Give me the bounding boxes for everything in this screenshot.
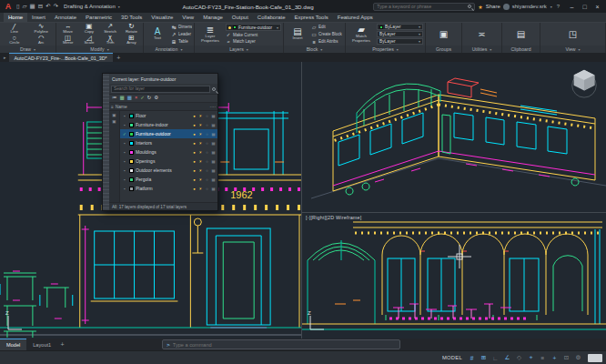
tab-manage[interactable]: Manage — [198, 13, 227, 22]
group-icon[interactable]: ▣ — [439, 30, 448, 39]
freeze-icon[interactable]: ☀ — [198, 150, 203, 155]
make-current-button[interactable]: ✓Make Current — [226, 32, 281, 37]
match-layer-button[interactable]: ≈Match Layer — [226, 39, 281, 45]
color-dropdown[interactable]: ByLayer▾ — [377, 24, 423, 30]
tab-annotate[interactable]: Annotate — [50, 13, 81, 22]
clipboard-panel-label[interactable]: Clipboard — [502, 46, 540, 53]
model-space-label[interactable]: MODEL — [442, 355, 462, 360]
layer-row[interactable]: ▪Pergola●☀○▤ — [120, 175, 217, 184]
grid-display-icon[interactable]: # — [467, 353, 477, 363]
lineweight-dropdown[interactable]: ByLayer▾ — [377, 38, 423, 45]
text-button[interactable]: AText — [146, 24, 169, 45]
annotation-panel-label[interactable]: Annotation▾ — [144, 46, 194, 53]
layer-row[interactable]: ▪Platform●☀○▤ — [120, 184, 217, 193]
redo-icon[interactable]: ↷ — [54, 3, 58, 10]
polar-tracking-icon[interactable]: ∠ — [502, 353, 512, 363]
layer-filter-icon[interactable]: ≔ — [112, 96, 117, 101]
lock-icon[interactable]: ○ — [205, 150, 209, 155]
viewport-3d-isometric[interactable] — [302, 62, 606, 213]
set-current-icon[interactable]: ✓ — [140, 96, 145, 101]
layer-color-swatch[interactable] — [129, 114, 134, 118]
plot-icon[interactable]: ▤ — [211, 168, 216, 173]
layer-row[interactable]: ▪Furniture-indoor●☀○▤ — [120, 120, 217, 129]
plot-icon[interactable]: ▤ — [211, 187, 216, 191]
bulb-icon[interactable]: ● — [192, 132, 197, 136]
freeze-icon[interactable]: ☀ — [198, 168, 203, 173]
bulb-icon[interactable]: ● — [192, 114, 197, 118]
lock-icon[interactable]: ○ — [205, 132, 209, 136]
lock-icon[interactable]: ○ — [205, 141, 209, 146]
insert-button[interactable]: ▤Insert — [286, 24, 309, 45]
circle-button[interactable]: ○Circle — [2, 35, 27, 46]
bulb-icon[interactable]: ● — [192, 187, 197, 191]
match-properties-button[interactable]: ▰Match Properties — [348, 24, 375, 45]
filter-all-icon[interactable]: ▣ — [112, 113, 116, 117]
layer-row[interactable]: ▪Floor●☀○▤ — [120, 111, 217, 120]
draw-panel-label[interactable]: Draw▾ — [0, 46, 56, 53]
share-button[interactable]: Share — [486, 4, 500, 9]
minimize-button[interactable]: – — [566, 1, 578, 12]
open-icon[interactable]: ▱ — [23, 3, 27, 10]
move-button[interactable]: ↔Move — [58, 24, 77, 34]
layer-color-swatch[interactable] — [129, 177, 134, 182]
layer-dropdown[interactable]: Furniture-outdoor ▾ — [226, 24, 281, 31]
tab-home[interactable]: Home — [4, 13, 27, 22]
view-panel-label[interactable]: View▾ — [540, 46, 605, 53]
lock-icon[interactable]: ○ — [205, 123, 209, 127]
undo-icon[interactable]: ↶ — [45, 3, 50, 10]
titlebar-search-input[interactable] — [377, 4, 466, 9]
layer-filter-tree[interactable]: ▣ ▣ — [109, 111, 120, 202]
new-layout-button[interactable]: + — [57, 339, 67, 350]
polyline-button[interactable]: ∿Polyline — [29, 24, 55, 34]
plot-icon[interactable]: ▤ — [211, 141, 216, 146]
leader-button[interactable]: ↗Leader — [171, 31, 192, 37]
table-button[interactable]: ⊞Table — [171, 38, 192, 45]
paste-icon[interactable]: ▤ — [517, 30, 525, 39]
isometric-drafting-icon[interactable]: ◇ — [514, 353, 524, 363]
copy-button[interactable]: ▣Copy — [79, 24, 98, 34]
palette-titlebar[interactable] — [103, 74, 109, 210]
lineweight-icon[interactable]: ≡ — [538, 353, 548, 363]
clean-screen-button[interactable] — [588, 354, 602, 362]
filter-used-icon[interactable]: ▣ — [112, 119, 116, 124]
measure-icon[interactable]: ≍ — [478, 30, 485, 39]
tab-featured-apps[interactable]: Featured Apps — [333, 13, 378, 22]
tab-collaborate[interactable]: Collaborate — [253, 13, 290, 22]
tab-parametric[interactable]: Parametric — [81, 13, 116, 22]
new-icon[interactable]: ▯ — [16, 3, 20, 10]
delete-layer-icon[interactable]: × — [135, 96, 137, 101]
utilities-panel-label[interactable]: Utilities▾ — [462, 46, 501, 53]
name-column-header[interactable]: Name — [116, 105, 208, 109]
plot-icon[interactable]: ▤ — [211, 114, 216, 118]
arc-button[interactable]: ◠Arc — [29, 35, 55, 46]
linetype-dropdown[interactable]: ByLayer▾ — [377, 31, 423, 37]
drawing-tab-active[interactable]: AutoCAD-FY23_Fire-...Book-Cafe_01_3D* — [9, 53, 113, 62]
dynamic-input-icon[interactable]: + — [550, 353, 560, 363]
properties-panel-label[interactable]: Properties▾ — [346, 46, 425, 53]
annotation-scale-icon[interactable]: ⊡ — [561, 353, 571, 363]
freeze-icon[interactable]: ☀ — [198, 123, 203, 127]
workspace-gear-icon[interactable]: ⚙ — [573, 353, 583, 363]
command-input[interactable] — [173, 342, 396, 348]
close-button[interactable]: × — [591, 1, 603, 12]
new-layer-vp-icon[interactable]: ▦ — [127, 96, 132, 101]
lock-icon[interactable]: ○ — [205, 114, 209, 118]
print-icon[interactable]: ⊟ — [38, 3, 43, 10]
layer-color-swatch[interactable] — [129, 123, 134, 127]
lock-icon[interactable]: ○ — [205, 177, 209, 182]
titlebar-search[interactable] — [373, 3, 475, 11]
new-layer-icon[interactable]: ▦ — [120, 96, 125, 101]
layer-color-swatch[interactable] — [129, 150, 134, 155]
new-drawing-tab-button[interactable]: + — [114, 53, 124, 62]
object-snap-icon[interactable]: ⌖ — [526, 353, 536, 363]
block-panel-label[interactable]: Block▾ — [284, 46, 345, 53]
viewcube[interactable] — [567, 65, 601, 99]
autocad-logo-icon[interactable]: A — [3, 2, 14, 11]
viewport-right-elevation[interactable]: [-][Right][2D Wireframe] — [302, 213, 606, 339]
stretch-button[interactable]: ↗Stretch — [101, 24, 120, 34]
model-tab[interactable]: Model — [0, 339, 26, 350]
scale-button[interactable]: ◿Scale — [79, 35, 98, 46]
maximize-button[interactable]: □ — [579, 1, 591, 12]
settings-icon[interactable]: ⚙ — [154, 96, 158, 101]
mirror-button[interactable]: ◫Mirror — [58, 35, 77, 46]
